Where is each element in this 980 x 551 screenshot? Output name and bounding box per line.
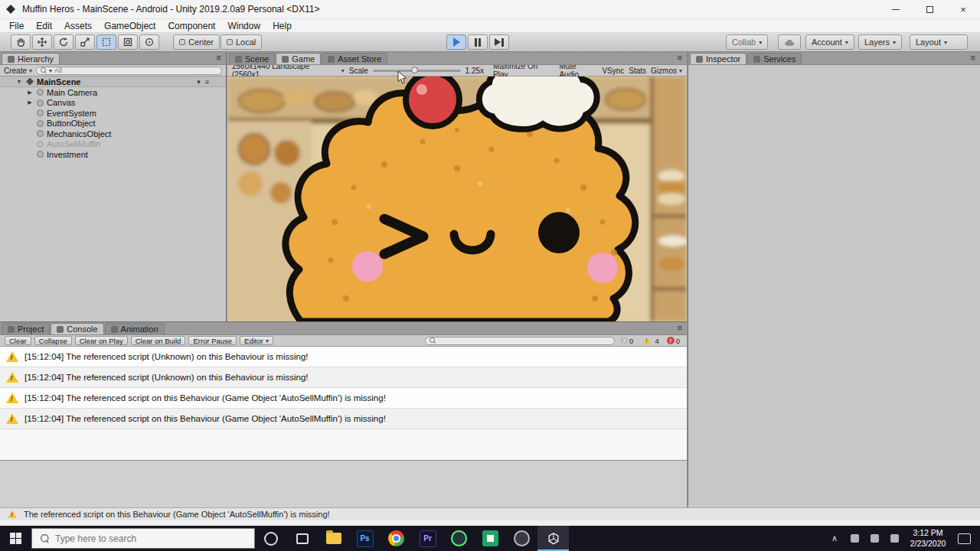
tree-item-eventsystem[interactable]: EventSystem xyxy=(0,108,226,119)
tab-services[interactable]: Services xyxy=(747,53,802,64)
menu-window[interactable]: Window xyxy=(221,19,266,33)
close-button[interactable]: × xyxy=(946,0,980,19)
account-button[interactable]: Account ▾ xyxy=(805,34,854,50)
file-explorer-button[interactable] xyxy=(318,526,349,551)
error-pause-button[interactable]: Error Pause xyxy=(188,336,237,345)
tab-hierarchy[interactable]: Hierarchy xyxy=(2,53,60,64)
tree-item-main-camera[interactable]: ▶ Main Camera xyxy=(0,87,226,98)
photoshop-button[interactable]: Ps xyxy=(349,526,381,551)
folder-icon xyxy=(326,533,341,544)
vsync-button[interactable]: VSync xyxy=(602,67,624,75)
premiere-button[interactable]: Pr xyxy=(412,526,443,551)
menu-assets[interactable]: Assets xyxy=(58,19,98,33)
taskbar-search[interactable] xyxy=(31,528,255,549)
console-message-row[interactable]: [15:12:04] The referenced script (Unknow… xyxy=(0,367,687,388)
pause-button[interactable] xyxy=(468,34,488,50)
app-button-2[interactable] xyxy=(475,526,506,551)
collab-button[interactable]: Collab ▾ xyxy=(726,34,768,50)
tab-scene[interactable]: Scene xyxy=(229,53,275,64)
move-tool-button[interactable] xyxy=(32,34,52,50)
console-search-input[interactable] xyxy=(438,337,610,344)
menu-edit[interactable]: Edit xyxy=(30,19,58,33)
play-button[interactable] xyxy=(446,34,466,50)
console-message-row[interactable]: [15:12:04] The referenced script on this… xyxy=(0,388,687,409)
console-message-row[interactable]: [15:12:04] The referenced script (Unknow… xyxy=(0,347,687,367)
unity-taskbar-button[interactable] xyxy=(537,526,569,551)
transform-tool-button[interactable] xyxy=(118,34,138,50)
panel-menu-icon[interactable]: ≡ xyxy=(971,53,975,62)
tree-item-investment[interactable]: Investment xyxy=(0,149,226,160)
console-message-row[interactable]: [15:12:04] The referenced script on this… xyxy=(0,409,687,429)
rect-tool-icon xyxy=(101,37,112,47)
app-button-3[interactable] xyxy=(506,526,537,551)
console-message-text: [15:12:04] The referenced script (Unknow… xyxy=(24,373,309,382)
action-center-icon[interactable] xyxy=(958,533,971,544)
clear-on-play-button[interactable]: Clear on Play xyxy=(75,336,128,345)
maximize-button[interactable] xyxy=(913,0,946,19)
gizmos-dropdown[interactable]: Gizmos ▾ xyxy=(651,67,682,75)
menu-component[interactable]: Component xyxy=(162,19,221,33)
tab-inspector[interactable]: Inspector xyxy=(690,53,746,64)
layers-button[interactable]: Layers ▾ xyxy=(858,34,902,50)
rotate-tool-button[interactable] xyxy=(54,34,74,50)
tab-game[interactable]: Game xyxy=(276,53,321,64)
tab-animation[interactable]: Animation xyxy=(105,323,165,334)
status-bar[interactable]: The referenced script on this Behaviour … xyxy=(0,507,980,520)
taskbar-clock[interactable]: 3:12 PM 2/23/2020 xyxy=(904,528,952,549)
gameobject-icon xyxy=(37,120,44,127)
tree-item-buttonobject[interactable]: ButtonObject xyxy=(0,119,226,129)
cortana-button[interactable] xyxy=(255,526,286,551)
task-view-button[interactable] xyxy=(286,526,318,551)
chrome-button[interactable] xyxy=(381,526,412,551)
error-count-toggle[interactable]: ! 0 xyxy=(665,337,682,345)
tree-item-canvas[interactable]: ▶ Canvas xyxy=(0,98,226,109)
collapse-button[interactable]: Collapse xyxy=(34,336,72,345)
panel-menu-icon[interactable]: ≡ xyxy=(678,323,682,332)
clear-on-build-button[interactable]: Clear on Build xyxy=(131,336,186,345)
expander-icon[interactable]: ▼ xyxy=(15,79,23,84)
hand-tool-button[interactable] xyxy=(11,34,31,50)
stats-button[interactable]: Stats xyxy=(629,67,646,75)
tab-project[interactable]: Project xyxy=(2,323,50,334)
clear-button[interactable]: Clear xyxy=(5,336,31,345)
layout-button[interactable]: Layout ▾ xyxy=(910,34,968,50)
menu-file[interactable]: File xyxy=(3,19,30,33)
tray-volume-button[interactable] xyxy=(864,526,884,551)
game-viewport[interactable] xyxy=(227,77,687,321)
create-button[interactable]: Create ▾ xyxy=(4,67,32,75)
minimize-button[interactable] xyxy=(879,0,913,19)
app-button-1[interactable] xyxy=(443,526,475,551)
menu-gameobject[interactable]: GameObject xyxy=(98,19,162,33)
panel-menu-icon[interactable]: ≡ xyxy=(678,53,682,62)
tree-item-autosellmuffin[interactable]: AutoSellMuffin xyxy=(0,139,226,150)
hierarchy-search-input[interactable]: ▾ All xyxy=(36,67,222,75)
expander-icon[interactable]: ▶ xyxy=(26,99,34,106)
scene-header-row[interactable]: ▼ MainScene ▾ ≡ xyxy=(0,77,226,87)
step-button[interactable] xyxy=(489,34,509,50)
scale-tool-button[interactable] xyxy=(75,34,95,50)
warning-count-toggle[interactable]: 4 xyxy=(639,335,661,346)
scene-icon xyxy=(26,78,34,86)
info-count-toggle[interactable]: ! 0 xyxy=(618,337,635,345)
scene-options[interactable]: ▾ ≡ xyxy=(197,77,209,87)
tab-console[interactable]: Console xyxy=(51,323,103,334)
tray-language-button[interactable] xyxy=(884,526,904,551)
tree-item-mechanicsobject[interactable]: MechanicsObject xyxy=(0,129,226,139)
taskbar-search-input[interactable] xyxy=(55,533,231,544)
pivot-button[interactable]: Center xyxy=(173,34,220,50)
panel-menu-icon[interactable]: ≡ xyxy=(217,53,221,62)
expander-icon[interactable]: ▶ xyxy=(26,90,34,96)
scale-slider[interactable] xyxy=(373,70,461,72)
editor-dropdown-button[interactable]: Editor ▾ xyxy=(240,336,273,345)
cloud-button[interactable] xyxy=(778,34,801,50)
start-button[interactable] xyxy=(0,526,31,551)
tab-asset-store[interactable]: Asset Store xyxy=(322,53,387,64)
tray-expand-button[interactable]: ∧ xyxy=(825,526,844,551)
rect-tool-button[interactable] xyxy=(96,34,116,50)
tray-network-button[interactable] xyxy=(844,526,864,551)
menu-help[interactable]: Help xyxy=(266,19,298,33)
scale-slider-handle[interactable] xyxy=(411,67,418,73)
space-button[interactable]: Local xyxy=(220,34,262,50)
cortana-icon xyxy=(264,532,278,546)
custom-tool-button[interactable] xyxy=(139,34,159,50)
